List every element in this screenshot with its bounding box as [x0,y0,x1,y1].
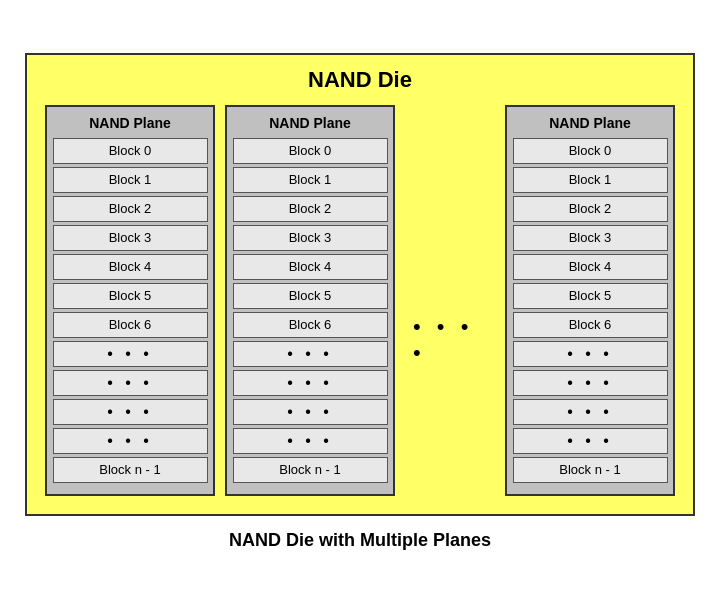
block-right-dots-4: • • • [513,428,668,454]
block-mid-4: Block 4 [233,254,388,280]
plane-left: NAND Plane Block 0 Block 1 Block 2 Block… [45,105,215,496]
block-right-dots-1: • • • [513,341,668,367]
outer-container: NAND Die NAND Plane Block 0 Block 1 Bloc… [25,53,695,551]
block-left-n: Block n - 1 [53,457,208,483]
between-planes-dots: • • • • [405,145,495,536]
block-right-4: Block 4 [513,254,668,280]
block-left-dots-1: • • • [53,341,208,367]
block-right-1: Block 1 [513,167,668,193]
block-mid-2: Block 2 [233,196,388,222]
block-mid-dots-2: • • • [233,370,388,396]
block-right-n: Block n - 1 [513,457,668,483]
block-mid-6: Block 6 [233,312,388,338]
block-right-dots-2: • • • [513,370,668,396]
plane-right: NAND Plane Block 0 Block 1 Block 2 Block… [505,105,675,496]
block-right-6: Block 6 [513,312,668,338]
block-mid-n: Block n - 1 [233,457,388,483]
block-mid-1: Block 1 [233,167,388,193]
plane-right-title: NAND Plane [549,115,631,131]
block-mid-5: Block 5 [233,283,388,309]
planes-row: NAND Plane Block 0 Block 1 Block 2 Block… [45,105,675,496]
block-mid-0: Block 0 [233,138,388,164]
block-mid-3: Block 3 [233,225,388,251]
block-right-5: Block 5 [513,283,668,309]
plane-left-title: NAND Plane [89,115,171,131]
diagram-caption: NAND Die with Multiple Planes [229,530,491,551]
die-box: NAND Die NAND Plane Block 0 Block 1 Bloc… [25,53,695,516]
block-right-0: Block 0 [513,138,668,164]
plane-middle-title: NAND Plane [269,115,351,131]
block-left-5: Block 5 [53,283,208,309]
block-left-1: Block 1 [53,167,208,193]
die-title: NAND Die [308,67,412,93]
block-left-2: Block 2 [53,196,208,222]
block-left-4: Block 4 [53,254,208,280]
block-left-3: Block 3 [53,225,208,251]
block-right-2: Block 2 [513,196,668,222]
block-left-dots-4: • • • [53,428,208,454]
block-left-0: Block 0 [53,138,208,164]
block-mid-dots-1: • • • [233,341,388,367]
block-left-dots-2: • • • [53,370,208,396]
block-left-dots-3: • • • [53,399,208,425]
plane-middle: NAND Plane Block 0 Block 1 Block 2 Block… [225,105,395,496]
block-mid-dots-4: • • • [233,428,388,454]
block-right-3: Block 3 [513,225,668,251]
block-right-dots-3: • • • [513,399,668,425]
block-left-6: Block 6 [53,312,208,338]
block-mid-dots-3: • • • [233,399,388,425]
